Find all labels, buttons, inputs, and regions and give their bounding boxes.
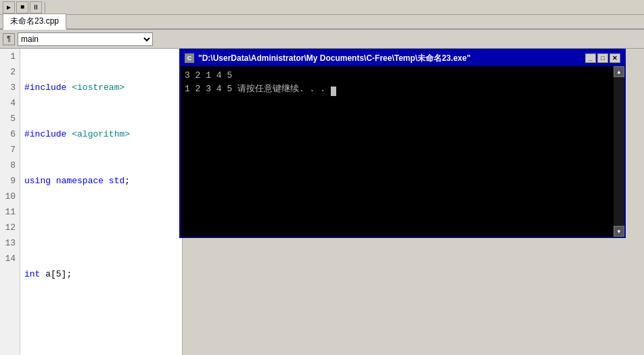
cmd-scrollbar: ▲ ▼ (614, 66, 624, 237)
line-numbers: 1 2 3 4 5 6 7 8 9 10 11 12 13 14 (0, 49, 20, 355)
cmd-scroll-track[interactable] (614, 77, 624, 226)
line-num-2: 2 (4, 64, 16, 80)
cmd-window: C "D:\UserData\Administrator\My Document… (179, 49, 626, 238)
line-num-1: 1 (4, 49, 16, 64)
code-line-5: int a[5]; (24, 266, 178, 282)
func-icon-label: ¶ (7, 35, 11, 43)
cmd-output-line2-text: 1 2 3 4 5 请按任意键继续. . . (185, 84, 325, 94)
toolbar: ▶ ■ ⏸ (0, 0, 644, 15)
line-num-8: 8 (4, 158, 16, 173)
line-num-9: 9 (4, 173, 16, 189)
line-num-5: 5 (4, 111, 16, 126)
cmd-cursor (331, 87, 336, 96)
file-tab[interactable]: 未命名23.cpp (3, 14, 66, 30)
line-num-11: 11 (4, 204, 16, 220)
cmd-output-line1: 3 2 1 4 5 (185, 69, 610, 82)
func-icon: ¶ (3, 33, 15, 45)
code-line-4 (24, 220, 178, 235)
editor-container: 1 2 3 4 5 6 7 8 9 10 11 12 13 14 #includ… (0, 49, 644, 355)
cmd-close-button[interactable]: ✕ (610, 53, 620, 63)
stop-button[interactable]: ■ (16, 1, 28, 14)
cmd-output-line2: 1 2 3 4 5 请按任意键继续. . . (185, 82, 610, 96)
cmd-output: 3 2 1 4 5 1 2 3 4 5 请按任意键继续. . . (185, 69, 610, 96)
line-num-4: 4 (4, 95, 16, 111)
cmd-scroll-down[interactable]: ▼ (614, 226, 624, 237)
line-num-14: 14 (4, 251, 16, 266)
code-line-6 (24, 313, 178, 329)
tab-label: 未命名23.cpp (10, 16, 59, 26)
code-line-2: #include <algorithm> (24, 126, 178, 142)
cmd-titlebar: C "D:\UserData\Administrator\My Document… (181, 50, 624, 66)
cmd-maximize-button[interactable]: □ (597, 53, 608, 63)
cmd-app-icon: C (185, 53, 194, 63)
code-line-1: #include <iostream> (24, 80, 178, 95)
cmd-controls: _ □ ✕ (585, 53, 620, 63)
cmd-body: 3 2 1 4 5 1 2 3 4 5 请按任意键继续. . . (181, 66, 614, 237)
line-num-3: 3 (4, 80, 16, 95)
run-button[interactable]: ▶ (3, 1, 15, 14)
line-num-12: 12 (4, 220, 16, 235)
line-num-7: 7 (4, 142, 16, 158)
function-selector[interactable]: main (18, 32, 153, 46)
toolbar-separator (45, 2, 45, 13)
cmd-title-text: "D:\UserData\Administrator\My Documents\… (198, 53, 471, 64)
code-content[interactable]: #include <iostream> #include <algorithm>… (20, 49, 182, 355)
line-num-13: 13 (4, 235, 16, 251)
funcbar: ¶ main (0, 30, 644, 49)
code-panel: 1 2 3 4 5 6 7 8 9 10 11 12 13 14 #includ… (0, 49, 183, 355)
cmd-minimize-button[interactable]: _ (585, 53, 596, 63)
code-area: 1 2 3 4 5 6 7 8 9 10 11 12 13 14 #includ… (0, 49, 182, 355)
line-num-10: 10 (4, 189, 16, 204)
cmd-title-left: C "D:\UserData\Administrator\My Document… (185, 53, 471, 64)
pause-button[interactable]: ⏸ (30, 1, 42, 14)
line-num-6: 6 (4, 126, 16, 142)
cmd-scroll-up[interactable]: ▲ (614, 66, 624, 77)
tabbar: 未命名23.cpp (0, 15, 644, 30)
code-line-3: using namespace std; (24, 173, 178, 189)
